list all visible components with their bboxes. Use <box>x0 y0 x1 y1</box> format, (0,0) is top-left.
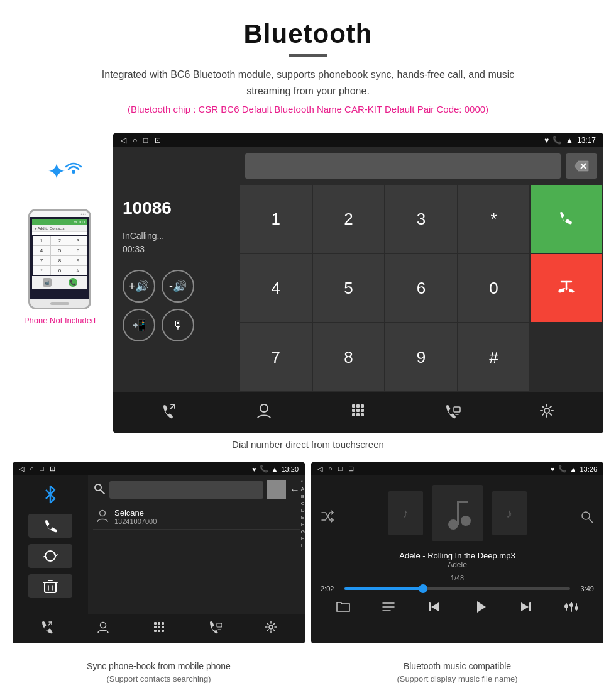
pb-call-bottom-icon[interactable] <box>40 620 54 637</box>
pb-contact-item[interactable]: Seicane 13241007000 <box>93 504 300 530</box>
svg-rect-47 <box>457 501 468 503</box>
pb-status-right: ♥ 📞 ▲ 13:20 <box>252 465 299 473</box>
music-time-current: 2:02 <box>321 585 339 592</box>
music-caption-sub: (Support display music file name) <box>311 674 603 683</box>
music-note-small-left-icon: ♪ <box>402 506 409 521</box>
pb-alphabet-list: * A B C D E F G H I <box>301 479 305 549</box>
music-progress-fill <box>344 587 424 590</box>
pb-back-arrow-icon[interactable]: ← <box>290 484 300 496</box>
volume-down-button[interactable]: -🔊 <box>162 270 194 303</box>
dial-key-9[interactable]: 9 <box>385 323 457 391</box>
music-next-icon[interactable] <box>519 599 534 618</box>
svg-rect-13 <box>361 409 364 412</box>
svg-point-0 <box>72 170 75 174</box>
music-time-display: 13:26 <box>580 465 597 473</box>
pb-search-input[interactable] <box>109 481 263 499</box>
svg-point-61 <box>575 606 578 610</box>
main-screen-caption: Dial number direct from touchscreen <box>0 439 616 450</box>
call-transfer-bottom-icon[interactable] <box>161 402 179 423</box>
music-folder-icon[interactable] <box>336 600 351 618</box>
call-status-label: InCalling... <box>123 231 164 241</box>
page-header: Bluetooth Integrated with BC6 Bluetooth … <box>0 0 616 133</box>
page-title: Bluetooth <box>13 19 603 49</box>
music-progress-dot[interactable] <box>419 584 427 593</box>
svg-rect-11 <box>352 409 355 412</box>
svg-rect-36 <box>154 630 157 632</box>
pb-delete-button[interactable] <box>28 574 72 598</box>
dial-key-0[interactable]: 0 <box>458 254 530 322</box>
title-underline <box>289 54 327 57</box>
settings-bottom-icon[interactable] <box>538 402 556 423</box>
phone-sidebar: ✦ ●●● MOTO + Add to Contacts <box>13 133 107 325</box>
dial-key-6[interactable]: 6 <box>385 254 457 322</box>
pb-search-icon[interactable] <box>93 482 106 497</box>
music-playlist-icon[interactable] <box>381 600 396 618</box>
pb-wifi-icon: ▲ <box>272 465 278 473</box>
phone-not-included-label: Phone Not Included <box>24 316 96 325</box>
music-track-index: 1/48 <box>451 574 464 582</box>
microphone-icon: 🎙 <box>172 319 184 332</box>
pb-location-icon: ♥ <box>252 465 256 473</box>
microphone-button[interactable]: 🎙 <box>162 309 194 342</box>
music-status-bar: ◁ ○ □ ⊡ ♥ 📞 ▲ 13:26 <box>311 462 603 475</box>
dial-key-4[interactable]: 4 <box>240 254 312 322</box>
dial-key-1[interactable]: 1 <box>240 185 312 253</box>
svg-rect-35 <box>162 626 164 628</box>
pb-settings-bottom-icon[interactable] <box>264 620 278 637</box>
pb-search-row: ← <box>93 480 300 499</box>
music-wifi-icon: ▲ <box>570 465 577 473</box>
svg-rect-34 <box>158 626 160 628</box>
pb-contact-name: Seicane <box>114 508 157 518</box>
dial-call-green-button[interactable] <box>531 185 602 253</box>
pb-contacts-bottom-icon[interactable] <box>96 620 110 637</box>
music-search-icon[interactable] <box>580 510 594 526</box>
music-controls <box>321 596 594 622</box>
keypad-bottom-icon[interactable] <box>349 402 367 423</box>
music-track-title: Adele - Rolling In the Deep.mp3 <box>399 551 515 560</box>
dial-key-7[interactable]: 7 <box>240 323 312 391</box>
dial-key-8[interactable]: 8 <box>313 323 385 391</box>
nav-back-icon[interactable]: ◁ <box>121 136 126 145</box>
pb-sync-button[interactable] <box>28 544 72 568</box>
music-equalizer-icon[interactable] <box>564 600 579 618</box>
music-shuffle-icon[interactable] <box>321 510 336 525</box>
svg-rect-16 <box>361 413 364 416</box>
dial-end-red-button[interactable] <box>531 254 602 322</box>
phonebook-status-bar: ◁ ○ □ ⊡ ♥ 📞 ▲ 13:20 <box>13 462 305 475</box>
dial-key-star[interactable]: * <box>458 185 530 253</box>
car-bottom-bar <box>113 392 603 433</box>
pb-status-left: ◁ ○ □ ⊡ <box>19 465 55 473</box>
dial-key-3[interactable]: 3 <box>385 185 457 253</box>
dial-key-5[interactable]: 5 <box>313 254 385 322</box>
music-caption: Bluetooth music compatible <box>311 661 603 671</box>
nav-square-icon[interactable]: □ <box>143 136 148 145</box>
svg-rect-17 <box>454 407 460 412</box>
music-play-icon[interactable] <box>472 599 488 619</box>
music-status-right: ♥ 📞 ▲ 13:26 <box>551 465 597 473</box>
dial-input-row <box>239 147 603 185</box>
svg-rect-15 <box>356 413 360 416</box>
pb-keypad-bottom-icon[interactable] <box>152 620 166 637</box>
phone-screen: MOTO + Add to Contacts 1 2 3 4 5 6 7 8 9… <box>30 217 89 299</box>
music-prev-icon[interactable] <box>426 599 441 618</box>
dial-delete-button[interactable] <box>566 153 597 179</box>
dial-input-box[interactable] <box>245 153 561 179</box>
music-content: ♪ ♪ Adele - Rolling <box>311 475 603 631</box>
nav-home-icon[interactable]: ○ <box>133 136 137 145</box>
dial-grid: 1 2 3 * 4 5 6 0 <box>239 185 603 392</box>
music-progress-bar[interactable] <box>344 587 570 590</box>
dial-key-hash[interactable]: # <box>458 323 530 391</box>
phone-transfer-bottom-icon[interactable] <box>444 402 461 423</box>
transfer-icon: 📲 <box>132 318 146 332</box>
pb-phone-transfer-bottom-icon[interactable] <box>208 620 222 637</box>
music-progress-row: 2:02 3:49 <box>321 585 594 592</box>
music-status-left: ◁ ○ □ ⊡ <box>317 465 354 473</box>
contacts-bottom-icon[interactable] <box>255 402 273 423</box>
dial-key-2[interactable]: 2 <box>313 185 385 253</box>
svg-rect-52 <box>429 602 431 611</box>
pb-call-button[interactable] <box>28 514 72 538</box>
transfer-button[interactable]: 📲 <box>123 309 155 342</box>
bluetooth-icon-wrapper: ✦ <box>35 152 85 196</box>
volume-up-button[interactable]: +🔊 <box>123 270 155 303</box>
svg-rect-55 <box>529 602 531 611</box>
